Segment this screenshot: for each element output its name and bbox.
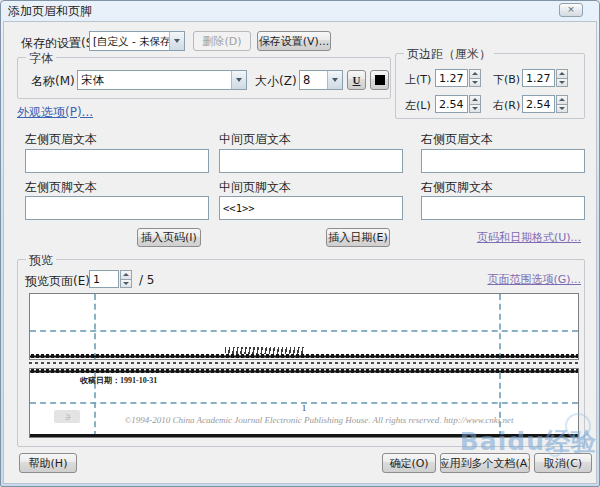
footer-left-label: 左侧页脚文本: [25, 179, 97, 196]
save-settings-button[interactable]: 保存设置(V)...: [257, 31, 331, 51]
margin-right-stepper[interactable]: [556, 95, 568, 113]
margins-group-label: 页边距（厘米）: [404, 46, 494, 63]
right-margin-guide: [499, 294, 501, 359]
header-left-input[interactable]: [25, 149, 209, 173]
apply-multiple-documents-button[interactable]: 应用到多个文档(A): [440, 453, 530, 473]
compressed-text-line: [30, 369, 578, 374]
delete-button[interactable]: 删除(D): [193, 31, 251, 51]
compressed-text-bar: [30, 434, 578, 438]
footer-left-input[interactable]: [25, 196, 209, 220]
header-center-input[interactable]: [219, 149, 403, 173]
preview-page-label: 预览页面(E): [25, 273, 90, 290]
preview-page-total: / 5: [139, 273, 155, 287]
close-icon: ×: [567, 4, 575, 14]
help-button[interactable]: 帮助(H): [19, 453, 77, 473]
spinner-up-icon[interactable]: [556, 69, 568, 79]
font-size-value: 8: [300, 71, 327, 89]
margin-bottom-stepper[interactable]: [556, 69, 568, 87]
insert-date-button[interactable]: 插入日期(E): [326, 228, 390, 247]
preview-group-label: 预览: [26, 252, 56, 269]
margin-left-input[interactable]: [435, 95, 468, 113]
ok-button[interactable]: 确定(O): [382, 453, 436, 473]
cnki-copyright-text: ©1994-2010 China Academic Journal Electr…: [85, 415, 553, 425]
spinner-up-icon[interactable]: [469, 69, 481, 79]
cnki-logo: ϶: [54, 410, 80, 423]
footer-right-input[interactable]: [421, 196, 585, 220]
appearance-options-link[interactable]: 外观选项(P)...: [17, 104, 93, 121]
font-name-dropdown[interactable]: 宋体: [77, 70, 247, 90]
compressed-text-line: [30, 354, 578, 359]
compressed-text-scribble: [225, 347, 305, 354]
dropdown-arrow-icon[interactable]: [169, 32, 184, 50]
footer-center-label: 中间页脚文本: [219, 179, 291, 196]
spinner-up-icon[interactable]: [556, 95, 568, 105]
underline-toggle-button[interactable]: U: [347, 70, 366, 90]
margin-top-input[interactable]: [435, 69, 468, 87]
margin-left-stepper[interactable]: [469, 95, 481, 113]
spinner-down-icon[interactable]: [556, 105, 568, 114]
footer-right-label: 右侧页脚文本: [421, 179, 493, 196]
add-header-footer-dialog: 添加页眉和页脚 × 保存的设置(S)： [自定义 - 未保存] 删除(D) 保存…: [0, 0, 600, 487]
spinner-up-icon[interactable]: [120, 270, 132, 280]
dialog-title: 添加页眉和页脚: [8, 1, 92, 22]
saved-settings-dropdown[interactable]: [自定义 - 未保存]: [89, 31, 185, 51]
footer-center-input[interactable]: [219, 196, 403, 220]
title-bar: 添加页眉和页脚 ×: [1, 1, 599, 21]
spinner-down-icon[interactable]: [556, 79, 568, 88]
receipt-date-text: 收稿日期：1991-10-31: [80, 375, 157, 386]
spinner-down-icon[interactable]: [469, 105, 481, 114]
header-position-guide: [30, 330, 578, 332]
cancel-button[interactable]: 取消(C): [534, 453, 592, 473]
color-swatch: [375, 75, 385, 85]
page-number-date-format-link[interactable]: 页码和日期格式(U)...: [477, 230, 581, 245]
spinner-down-icon[interactable]: [120, 280, 132, 289]
compressed-text-dots: [29, 362, 579, 364]
spinner-up-icon[interactable]: [469, 95, 481, 105]
font-name-value: 宋体: [78, 71, 231, 89]
preview-footer-strip: 收稿日期：1991-10-31 1 ϶ ©1994-2010 China Aca…: [29, 368, 579, 438]
left-margin-guide: [94, 294, 96, 359]
saved-settings-value: [自定义 - 未保存]: [90, 32, 169, 50]
spinner-down-icon[interactable]: [469, 79, 481, 88]
preview-header-strip: [29, 293, 579, 360]
preview-page-number: 1: [30, 403, 578, 413]
header-right-label: 右侧页眉文本: [421, 131, 493, 148]
header-center-label: 中间页眉文本: [219, 131, 291, 148]
font-group-label: 字体: [26, 50, 56, 67]
header-left-label: 左侧页眉文本: [25, 131, 97, 148]
close-button[interactable]: ×: [559, 3, 583, 17]
preview-page-stepper[interactable]: [120, 270, 132, 288]
font-size-dropdown[interactable]: 8: [299, 70, 343, 90]
dropdown-arrow-icon[interactable]: [327, 71, 342, 89]
insert-page-number-button[interactable]: 插入页码(I): [137, 228, 201, 247]
preview-page-input[interactable]: [89, 270, 119, 288]
margin-top-stepper[interactable]: [469, 69, 481, 87]
header-right-input[interactable]: [421, 149, 585, 173]
dropdown-arrow-icon[interactable]: [231, 71, 246, 89]
font-color-button[interactable]: [370, 70, 389, 90]
page-range-options-link[interactable]: 页面范围选项(G)...: [487, 272, 581, 287]
margin-bottom-input[interactable]: [522, 69, 555, 87]
margin-right-input[interactable]: [522, 95, 555, 113]
